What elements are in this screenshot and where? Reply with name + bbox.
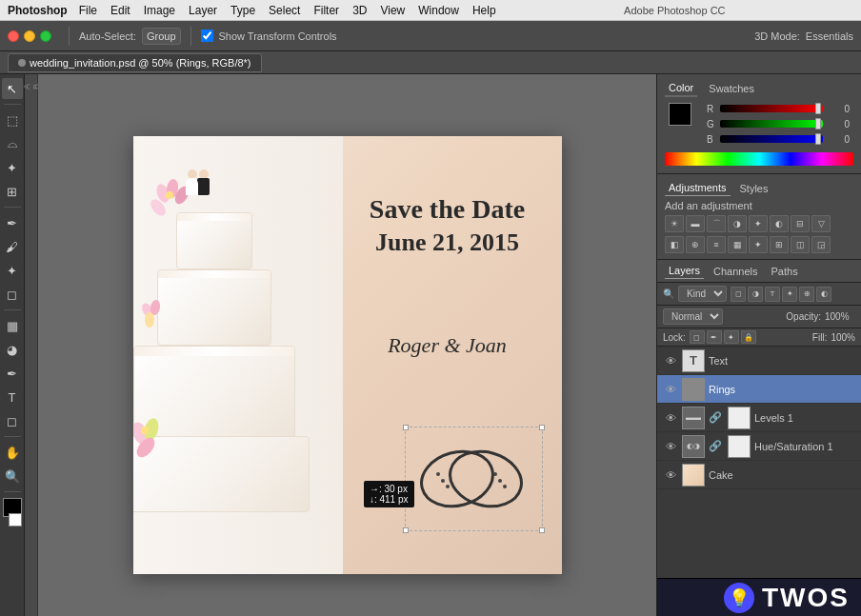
tab-close[interactable] [18,59,26,67]
show-transform-checkbox[interactable] [201,30,213,42]
lock-position[interactable]: ✦ [724,330,739,344]
layer-row-rings[interactable]: 👁 Rings [657,375,861,404]
app-title: Adobe Photoshop CC [496,5,853,16]
r-slider[interactable] [815,103,821,114]
document-tab[interactable]: wedding_invitation.psd @ 50% (Rings, RGB… [8,53,262,72]
menu-type[interactable]: Type [230,4,255,17]
maximize-button[interactable] [40,30,51,42]
layers-tab[interactable]: Layers [665,263,704,279]
adj-colorbal[interactable]: ⊟ [791,215,810,232]
background-color[interactable] [9,513,22,527]
lock-image[interactable]: ✒ [707,330,722,344]
layer-eye-huesat[interactable]: 👁 [663,439,678,454]
b-slider[interactable] [815,133,821,145]
swatches-tab[interactable]: Swatches [705,81,758,96]
adj-curves[interactable]: ⌒ [707,215,726,232]
adj-channel[interactable]: ≡ [707,236,726,253]
layer-row-cake[interactable]: 👁 Cake [657,461,861,489]
layer-thumb-text: T [682,349,705,372]
adjustments-tab[interactable]: Adjustments [665,180,731,196]
r-bar[interactable] [720,105,823,112]
group-dropdown[interactable]: Group [142,28,181,45]
layer-eye-cake[interactable]: 👁 [663,467,678,483]
zoom-tool[interactable]: 🔍 [2,466,23,487]
menu-layer[interactable]: Layer [189,4,217,17]
adj-selective[interactable]: ✦ [749,236,768,253]
auto-select-label: Auto-Select: [79,30,136,42]
filter-adj[interactable]: ◑ [748,287,763,302]
filter-toggle[interactable]: ◐ [816,287,831,302]
adj-threshold[interactable]: ⊞ [770,236,789,253]
layer-eye-rings[interactable]: 👁 [663,382,678,397]
crop-tool[interactable]: ⊞ [2,181,23,202]
adj-posterize[interactable]: ◫ [791,236,810,253]
adj-levels[interactable]: ▬ [686,215,705,232]
adj-arrow[interactable]: ▽ [811,215,831,232]
filter-type[interactable]: T [765,287,780,302]
close-button[interactable] [8,30,19,42]
adj-vibrance[interactable]: ✦ [749,215,768,232]
menu-filter[interactable]: Filter [313,4,339,17]
blend-mode-dropdown[interactable]: Normal [663,308,723,325]
fill-value[interactable]: 100% [831,332,855,343]
adj-huesat[interactable]: ◐ [770,215,789,232]
menu-help[interactable]: Help [472,4,496,17]
menu-window[interactable]: Window [418,4,459,17]
layer-eye-text[interactable]: 👁 [663,353,678,368]
menu-select[interactable]: Select [269,4,300,17]
menu-edit[interactable]: Edit [110,4,130,17]
adj-photo[interactable]: ⊕ [686,236,705,253]
filter-shape[interactable]: ✦ [782,287,797,302]
lasso-tool[interactable]: ⌓ [2,133,23,154]
b-label: B [707,134,716,145]
layer-eye-levels[interactable]: 👁 [663,410,678,426]
filter-pixel[interactable]: ◻ [731,287,746,302]
quick-select-tool[interactable]: ✦ [2,157,23,178]
filter-smart[interactable]: ⊕ [799,287,814,302]
menu-view[interactable]: View [380,4,405,17]
color-spectrum[interactable] [665,152,853,166]
layer-row-levels[interactable]: 👁 ▬▬ 🔗 Levels 1 [657,404,861,432]
adj-gradient[interactable]: ▦ [728,236,747,253]
clone-tool[interactable]: ✦ [2,260,23,281]
date-text: June 21, 2015 [352,229,543,257]
minimize-button[interactable] [24,30,35,42]
layer-thumb-rings [682,378,705,401]
adj-bw[interactable]: ◧ [665,236,684,253]
pen-tool[interactable]: ✒ [2,363,23,384]
opacity-value[interactable]: 100% [825,311,855,322]
g-slider[interactable] [815,118,821,129]
brush-tool[interactable]: 🖌 [2,236,23,257]
eraser-tool[interactable]: ◻ [2,284,23,305]
layer-row-text[interactable]: 👁 T Text [657,347,861,375]
menu-image[interactable]: Image [144,4,175,17]
shape-tool[interactable]: ◻ [2,410,23,431]
type-tool[interactable]: T [2,387,23,407]
menu-file[interactable]: File [79,4,97,17]
b-bar[interactable] [720,135,823,143]
channels-tab[interactable]: Channels [710,264,761,279]
tool-sep1 [4,104,21,105]
adj-exposure[interactable]: ◑ [728,215,747,232]
g-bar[interactable] [720,120,823,128]
color-tab[interactable]: Color [665,80,697,97]
layer-row-huesat[interactable]: 👁 ◐◑ 🔗 Hue/Saturation 1 [657,432,861,461]
hand-tool[interactable]: ✋ [2,442,23,463]
move-tool[interactable]: ↖ [2,78,23,99]
paths-tab[interactable]: Paths [768,264,802,279]
canvas-area[interactable]: Save the Date June 21, 2015 Roger & Joan [38,74,656,616]
marquee-tool[interactable]: ⬚ [2,109,23,130]
kind-dropdown[interactable]: Kind [678,286,727,302]
svg-point-0 [415,444,499,514]
gradient-tool[interactable]: ▦ [2,315,23,336]
adj-invert[interactable]: ◲ [811,236,831,253]
color-swatch[interactable] [669,103,691,126]
lock-all[interactable]: 🔒 [741,330,756,344]
fill-label: Fill: [812,332,828,343]
eyedropper-tool[interactable]: ✒ [2,212,23,233]
menu-3d[interactable]: 3D [352,4,367,17]
styles-tab[interactable]: Styles [736,181,772,196]
adj-brightness[interactable]: ☀ [665,215,684,232]
lock-transparent[interactable]: ◻ [690,330,705,344]
dodge-tool[interactable]: ◕ [2,339,23,360]
